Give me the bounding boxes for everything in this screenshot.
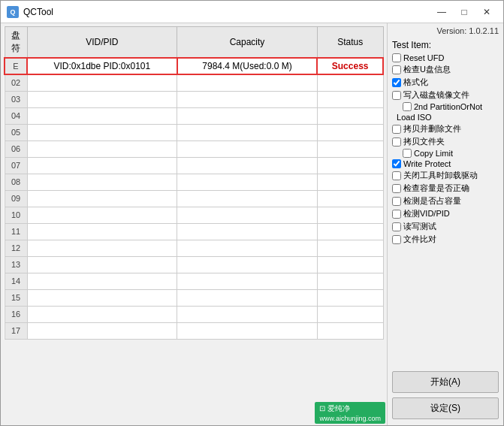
checkbox-reset_ufd[interactable] bbox=[392, 53, 401, 62]
row-vid-pid bbox=[27, 306, 177, 322]
table-container: 盘符 VID/PID Capacity Status EVID:0x1dbe P… bbox=[4, 26, 384, 422]
row-capacity bbox=[177, 174, 318, 190]
settings-button[interactable]: 设定(S) bbox=[392, 397, 499, 419]
row-status bbox=[317, 322, 383, 339]
sidebar-item-2nd_partition[interactable]: 2nd PartitionOrNot bbox=[392, 102, 499, 111]
sidebar-item-label-check_vid_pid: 检测VID/PID bbox=[403, 208, 450, 219]
sidebar-item-label-reset_ufd: Reset UFD bbox=[403, 53, 444, 62]
row-disk-label: E bbox=[5, 58, 27, 74]
table-row: 05 bbox=[5, 124, 383, 140]
sidebar-item-format[interactable]: 格式化 bbox=[392, 77, 499, 88]
sidebar-item-label-format: 格式化 bbox=[403, 77, 428, 88]
sidebar-item-label-load_iso: Load ISO bbox=[392, 113, 432, 122]
row-capacity bbox=[177, 91, 318, 107]
row-vid-pid: VID:0x1dbe PID:0x0101 bbox=[27, 58, 177, 74]
row-capacity bbox=[177, 273, 318, 289]
checkbox-copy_delete[interactable] bbox=[392, 125, 401, 134]
sidebar-item-write_protect[interactable]: Write Protect bbox=[392, 159, 499, 168]
row-status bbox=[317, 240, 383, 256]
row-vid-pid bbox=[27, 107, 177, 124]
checkbox-write_iso_img[interactable] bbox=[392, 91, 401, 100]
checkbox-rw_test[interactable] bbox=[392, 222, 401, 231]
row-status bbox=[317, 174, 383, 190]
row-capacity: 7984.4 M(Used:0.0 M) bbox=[177, 58, 318, 74]
main-window: Q QCTool — □ ✕ 盘符 VID/PID Capacity bbox=[0, 0, 504, 426]
checkbox-auto_unload[interactable] bbox=[392, 171, 401, 180]
watermark-logo: ⊡ 爱纯净www.aichunjing.com bbox=[319, 404, 381, 422]
minimize-button[interactable]: — bbox=[431, 5, 452, 20]
sidebar-item-label-copy_delete: 拷贝并删除文件 bbox=[403, 123, 461, 134]
row-disk-label: 15 bbox=[5, 289, 27, 306]
close-button[interactable]: ✕ bbox=[476, 5, 497, 20]
sidebar-item-check_capacity_correct[interactable]: 检查容量是否正确 bbox=[392, 183, 499, 194]
sidebar-item-write_iso_img[interactable]: 写入磁盘镜像文件 bbox=[392, 89, 499, 101]
sidebar-item-label-file_compare: 文件比对 bbox=[403, 234, 436, 245]
sidebar-item-check_info[interactable]: 检查U盘信息 bbox=[392, 64, 499, 75]
sidebar-item-file_compare[interactable]: 文件比对 bbox=[392, 234, 499, 245]
row-vid-pid bbox=[27, 124, 177, 140]
row-status bbox=[317, 306, 383, 322]
row-disk-label: 07 bbox=[5, 157, 27, 174]
row-disk-label: 03 bbox=[5, 91, 27, 107]
row-vid-pid bbox=[27, 207, 177, 223]
row-disk-label: 08 bbox=[5, 174, 27, 190]
sidebar-items-container: Reset UFD检查U盘信息格式化写入磁盘镜像文件2nd PartitionO… bbox=[392, 53, 499, 246]
sidebar-item-reset_ufd[interactable]: Reset UFD bbox=[392, 53, 499, 62]
start-button[interactable]: 开始(A) bbox=[392, 371, 499, 393]
row-disk-label: 14 bbox=[5, 273, 27, 289]
sidebar-item-label-write_protect: Write Protect bbox=[403, 159, 451, 168]
table-row: 10 bbox=[5, 207, 383, 223]
checkbox-check_capacity_occupy[interactable] bbox=[392, 197, 401, 206]
checkbox-check_capacity_correct[interactable] bbox=[392, 184, 401, 193]
sidebar-item-rw_test[interactable]: 读写测试 bbox=[392, 221, 499, 232]
row-vid-pid bbox=[27, 190, 177, 207]
sidebar-item-label-2nd_partition: 2nd PartitionOrNot bbox=[414, 102, 482, 111]
checkbox-check_info[interactable] bbox=[392, 65, 401, 74]
row-vid-pid bbox=[27, 74, 177, 91]
row-disk-label: 02 bbox=[5, 74, 27, 91]
sidebar-item-label-check_capacity_occupy: 检测是否占容量 bbox=[403, 195, 461, 207]
sidebar-item-load_iso[interactable]: Load ISO bbox=[392, 113, 499, 122]
title-bar-left: Q QCTool bbox=[7, 6, 53, 18]
row-disk-label: 06 bbox=[5, 140, 27, 157]
sidebar-item-check_capacity_occupy[interactable]: 检测是否占容量 bbox=[392, 195, 499, 207]
row-vid-pid bbox=[27, 273, 177, 289]
sidebar-item-copy_folder[interactable]: 拷贝文件夹 bbox=[392, 136, 499, 147]
version-text: Version: 1.0.2.11 bbox=[392, 26, 499, 35]
row-vid-pid bbox=[27, 289, 177, 306]
row-vid-pid bbox=[27, 91, 177, 107]
row-status bbox=[317, 157, 383, 174]
checkbox-file_compare[interactable] bbox=[392, 235, 401, 244]
sidebar-item-label-copy_limit: Copy Limit bbox=[414, 149, 453, 158]
checkbox-copy_folder[interactable] bbox=[392, 137, 401, 147]
checkbox-check_vid_pid[interactable] bbox=[392, 210, 401, 219]
sidebar-buttons: 开始(A) 设定(S) bbox=[392, 371, 499, 422]
checkbox-copy_limit[interactable] bbox=[403, 149, 412, 158]
table-row: 16 bbox=[5, 306, 383, 322]
table-row: 11 bbox=[5, 223, 383, 240]
row-vid-pid bbox=[27, 174, 177, 190]
sidebar-item-label-copy_folder: 拷贝文件夹 bbox=[403, 136, 445, 147]
table-row: 03 bbox=[5, 91, 383, 107]
table-row: 07 bbox=[5, 157, 383, 174]
row-status bbox=[317, 74, 383, 91]
table-row: 06 bbox=[5, 140, 383, 157]
checkbox-2nd_partition[interactable] bbox=[403, 102, 412, 111]
row-vid-pid bbox=[27, 157, 177, 174]
sidebar-item-check_vid_pid[interactable]: 检测VID/PID bbox=[392, 208, 499, 219]
row-vid-pid bbox=[27, 223, 177, 240]
table-row: 14 bbox=[5, 273, 383, 289]
table-row: 09 bbox=[5, 190, 383, 207]
row-disk-label: 12 bbox=[5, 240, 27, 256]
maximize-button[interactable]: □ bbox=[454, 5, 475, 20]
row-capacity bbox=[177, 107, 318, 124]
row-status: Success bbox=[317, 58, 383, 74]
checkbox-write_protect[interactable] bbox=[392, 159, 401, 168]
sidebar-item-copy_limit[interactable]: Copy Limit bbox=[392, 149, 499, 158]
col-header-vidpid: VID/PID bbox=[27, 27, 177, 59]
sidebar-item-label-check_info: 检查U盘信息 bbox=[403, 64, 451, 75]
checkbox-format[interactable] bbox=[392, 78, 401, 87]
sidebar-item-auto_unload[interactable]: 关闭工具时卸载驱动 bbox=[392, 170, 499, 181]
row-disk-label: 05 bbox=[5, 124, 27, 140]
sidebar-item-copy_delete[interactable]: 拷贝并删除文件 bbox=[392, 123, 499, 134]
